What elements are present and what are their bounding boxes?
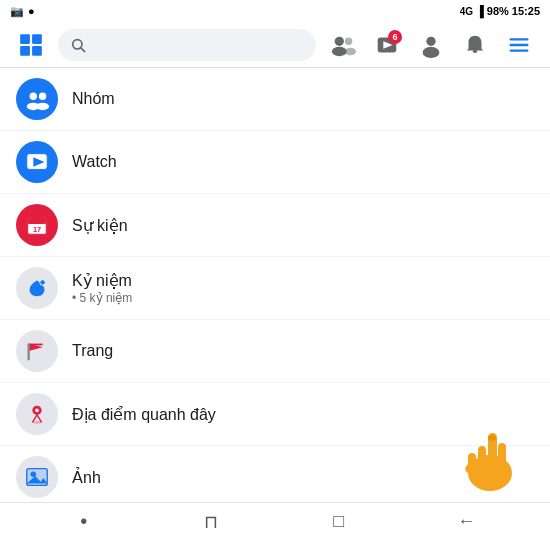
recent-icon: ⊓ — [204, 511, 218, 533]
svg-rect-3 — [32, 46, 42, 56]
status-left: 📷 ● — [10, 5, 35, 18]
anh-text: Ảnh — [72, 468, 534, 487]
friends-nav-icon[interactable] — [326, 28, 360, 62]
svg-point-8 — [345, 37, 352, 44]
watch-icon — [16, 141, 58, 183]
menu-item-trang[interactable]: Trang — [0, 320, 550, 383]
menu-item-anh[interactable]: Ảnh — [0, 446, 550, 502]
watch-badge: 6 — [388, 30, 402, 44]
status-bar: 📷 ● 4G ▐ 98% 15:25 — [0, 0, 550, 22]
kyniem-label: Kỷ niệm — [72, 271, 534, 290]
svg-point-39 — [31, 471, 37, 477]
nhom-icon — [16, 78, 58, 120]
diadiem-text: Địa điểm quanh đây — [72, 405, 534, 424]
watch-text: Watch — [72, 153, 534, 171]
top-nav-bar: 6 — [0, 22, 550, 68]
svg-point-7 — [332, 46, 347, 55]
trang-text: Trang — [72, 342, 534, 360]
watch-nav-icon[interactable]: 6 — [370, 28, 404, 62]
svg-rect-27 — [32, 215, 35, 221]
battery-percent: 98% — [487, 5, 509, 17]
svg-point-13 — [423, 46, 440, 57]
menu-item-nhom[interactable]: Nhóm — [0, 68, 550, 131]
svg-point-21 — [36, 103, 49, 110]
status-camera-icon: 📷 — [10, 5, 24, 18]
menu-item-watch[interactable]: Watch — [0, 131, 550, 194]
svg-point-6 — [335, 36, 344, 45]
kyniem-sub: • 5 kỷ niệm — [72, 291, 534, 305]
anh-label: Ảnh — [72, 468, 534, 487]
sukien-label: Sự kiện — [72, 216, 534, 235]
svg-point-14 — [473, 50, 478, 53]
svg-point-9 — [345, 47, 356, 54]
home-icon: □ — [333, 511, 344, 532]
status-right: 4G ▐ 98% 15:25 — [460, 5, 540, 17]
menu-item-kyniem[interactable]: Kỷ niệm • 5 kỷ niệm — [0, 257, 550, 320]
profile-nav-icon[interactable] — [414, 28, 448, 62]
svg-point-19 — [39, 93, 46, 100]
diadiem-icon — [16, 393, 58, 435]
svg-point-12 — [426, 36, 435, 45]
svg-point-18 — [30, 93, 37, 100]
bottom-nav-home[interactable]: □ — [321, 504, 357, 540]
svg-text:17: 17 — [33, 225, 41, 234]
menu-list: Nhóm Watch 17 Sự kiện — [0, 68, 550, 502]
menu-item-diadiem[interactable]: Địa điểm quanh đây — [0, 383, 550, 446]
svg-point-35 — [35, 408, 39, 412]
svg-rect-0 — [20, 34, 30, 44]
bottom-nav: • ⊓ □ ← — [0, 502, 550, 540]
bottom-nav-back[interactable]: ← — [448, 504, 484, 540]
svg-point-36 — [32, 421, 41, 424]
home-nav-icon[interactable] — [14, 28, 48, 62]
dot-icon: • — [80, 510, 87, 533]
menu-nav-icon[interactable] — [502, 28, 536, 62]
bottom-nav-dot: • — [66, 504, 102, 540]
notifications-nav-icon[interactable] — [458, 28, 492, 62]
anh-icon — [16, 456, 58, 498]
svg-rect-2 — [20, 46, 30, 56]
bottom-nav-recent[interactable]: ⊓ — [193, 504, 229, 540]
status-signal-icon: ● — [28, 5, 35, 17]
time-display: 15:25 — [512, 5, 540, 17]
sukien-icon: 17 — [16, 204, 58, 246]
trang-icon — [16, 330, 58, 372]
menu-item-sukien[interactable]: 17 Sự kiện — [0, 194, 550, 257]
back-icon: ← — [457, 511, 475, 532]
nhom-label: Nhóm — [72, 90, 534, 108]
trang-label: Trang — [72, 342, 534, 360]
svg-rect-26 — [28, 218, 47, 225]
battery-icon: ▐ — [476, 5, 484, 17]
nhom-text: Nhóm — [72, 90, 534, 108]
svg-rect-1 — [32, 34, 42, 44]
svg-point-30 — [40, 280, 46, 286]
network-icon: 4G — [460, 6, 473, 17]
svg-line-5 — [81, 48, 85, 52]
search-bar[interactable] — [58, 29, 316, 61]
svg-rect-28 — [39, 215, 42, 221]
diadiem-label: Địa điểm quanh đây — [72, 405, 534, 424]
watch-label: Watch — [72, 153, 534, 171]
kyniem-text: Kỷ niệm • 5 kỷ niệm — [72, 271, 534, 305]
sukien-text: Sự kiện — [72, 216, 534, 235]
kyniem-icon — [16, 267, 58, 309]
